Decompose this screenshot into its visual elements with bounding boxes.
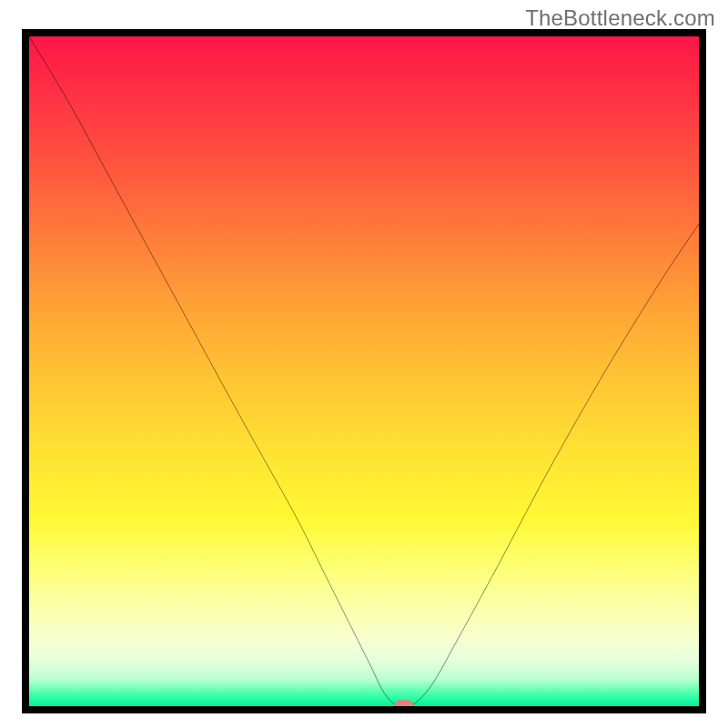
- optimum-marker: [394, 700, 414, 706]
- watermark-text: TheBottleneck.com: [525, 5, 715, 31]
- chart-frame: TheBottleneck.com: [0, 0, 728, 728]
- bottleneck-curve: [29, 36, 699, 706]
- plot-area: [29, 36, 699, 706]
- plot-border: [22, 29, 706, 713]
